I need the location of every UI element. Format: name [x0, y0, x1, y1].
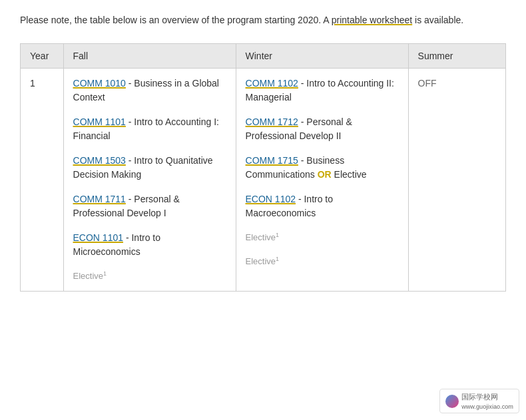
course-block: COMM 1711 - Personal & Professional Deve… [73, 192, 226, 220]
summer-cell: OFF [408, 69, 505, 292]
course-block: ECON 1102 - Intro to Macroeconomics [246, 192, 399, 220]
year-cell: 1 [21, 69, 64, 292]
course-code-link[interactable]: COMM 1715 [246, 155, 298, 166]
course-block: COMM 1503 - Intro to Quanitative Decisio… [73, 154, 226, 182]
intro-text-after: is available. [412, 15, 463, 25]
elective-item: Elective1 [246, 231, 399, 244]
printable-worksheet-link[interactable]: printable worksheet [332, 15, 412, 25]
col-header-winter: Winter [236, 44, 408, 69]
course-code-link[interactable]: COMM 1010 [73, 78, 126, 89]
course-code-link[interactable]: COMM 1101 [73, 116, 126, 127]
course-block: COMM 1715 - Business Communications OR E… [246, 154, 399, 182]
table-header-row: Year Fall Winter Summer [21, 44, 506, 69]
intro-text-before: Please note, the table below is an overv… [20, 15, 332, 25]
col-header-fall: Fall [63, 44, 236, 69]
course-code-link[interactable]: COMM 1503 [73, 155, 126, 166]
elective-item: Elective1 [246, 255, 399, 268]
elective-item: Elective1 [73, 270, 226, 283]
fall-cell: COMM 1010 - Business in a Global Context… [63, 69, 236, 292]
course-code-link[interactable]: COMM 1102 [246, 78, 298, 89]
course-or: OR [318, 169, 332, 180]
course-code-link[interactable]: ECON 1102 [246, 194, 296, 204]
course-code-link[interactable]: ECON 1101 [73, 232, 123, 243]
table-row: 1COMM 1010 - Business in a Global Contex… [21, 69, 506, 292]
col-header-year: Year [21, 44, 64, 69]
program-overview-table: Year Fall Winter Summer 1COMM 1010 - Bus… [20, 43, 506, 292]
course-code-link[interactable]: COMM 1711 [73, 194, 126, 204]
course-block: COMM 1010 - Business in a Global Context [73, 77, 226, 105]
winter-cell: COMM 1102 - Intro to Accounting II: Mana… [236, 69, 408, 292]
course-block: COMM 1712 - Personal & Professional Deve… [246, 115, 399, 143]
col-header-summer: Summer [408, 44, 505, 69]
course-block: COMM 1101 - Intro to Accounting I: Finan… [73, 115, 226, 143]
course-name-alt: Elective [332, 169, 367, 180]
intro-paragraph: Please note, the table below is an overv… [20, 13, 506, 27]
course-block: ECON 1101 - Intro to Microeconomics [73, 231, 226, 259]
course-block: COMM 1102 - Intro to Accounting II: Mana… [246, 77, 399, 105]
course-code-link[interactable]: COMM 1712 [246, 116, 298, 127]
summer-status: OFF [418, 78, 437, 89]
